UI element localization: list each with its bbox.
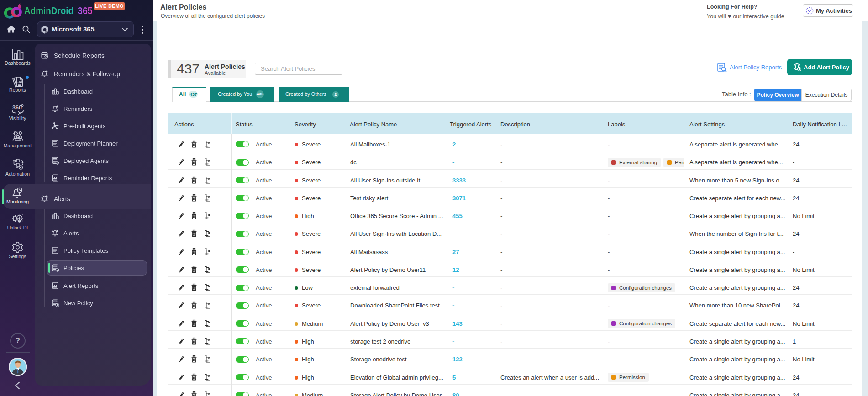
svg-text:360: 360 — [12, 104, 22, 111]
